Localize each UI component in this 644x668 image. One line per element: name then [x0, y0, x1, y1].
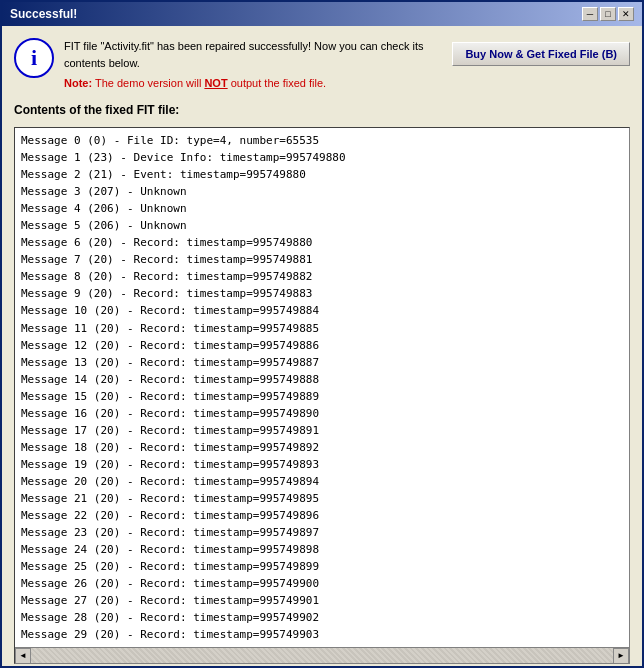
scroll-right-button[interactable]: ► — [613, 648, 629, 664]
main-window: Successful! ─ □ ✕ i FIT file "Activity.f… — [0, 0, 644, 668]
list-item: Message 3 (207) - Unknown — [21, 183, 623, 200]
contents-box: Message 0 (0) - File ID: type=4, number=… — [14, 127, 630, 664]
close-button[interactable]: ✕ — [618, 7, 634, 21]
note-suffix: output the fixed file. — [231, 77, 326, 89]
list-item: Message 1 (23) - Device Info: timestamp=… — [21, 149, 623, 166]
info-left: FIT file "Activity.fit" has been repaire… — [64, 38, 442, 89]
note-not: NOT — [204, 77, 227, 89]
list-item: Message 26 (20) - Record: timestamp=9957… — [21, 575, 623, 592]
list-item: Message 20 (20) - Record: timestamp=9957… — [21, 473, 623, 490]
list-item: Message 2 (21) - Event: timestamp=995749… — [21, 166, 623, 183]
title-bar-controls: ─ □ ✕ — [582, 7, 634, 21]
list-item: Message 16 (20) - Record: timestamp=9957… — [21, 405, 623, 422]
title-bar: Successful! ─ □ ✕ — [2, 2, 642, 26]
buy-now-top-button[interactable]: Buy Now & Get Fixed File (B) — [452, 42, 630, 66]
list-item: Message 17 (20) - Record: timestamp=9957… — [21, 422, 623, 439]
info-section: i FIT file "Activity.fit" has been repai… — [14, 38, 630, 89]
list-item: Message 10 (20) - Record: timestamp=9957… — [21, 302, 623, 319]
horizontal-scrollbar[interactable]: ◄ ► — [15, 647, 629, 663]
minimize-button[interactable]: ─ — [582, 7, 598, 21]
note-body: The demo version will — [95, 77, 204, 89]
maximize-button[interactable]: □ — [600, 7, 616, 21]
info-message: FIT file "Activity.fit" has been repaire… — [64, 38, 442, 71]
list-item: Message 15 (20) - Record: timestamp=9957… — [21, 388, 623, 405]
note-label: Note: — [64, 77, 92, 89]
section-label: Contents of the fixed FIT file: — [14, 103, 630, 117]
list-item: Message 9 (20) - Record: timestamp=99574… — [21, 285, 623, 302]
list-item: Message 0 (0) - File ID: type=4, number=… — [21, 132, 623, 149]
list-item: Message 14 (20) - Record: timestamp=9957… — [21, 371, 623, 388]
scroll-left-button[interactable]: ◄ — [15, 648, 31, 664]
list-item: Message 21 (20) - Record: timestamp=9957… — [21, 490, 623, 507]
info-icon-char: i — [31, 45, 37, 71]
list-item: Message 4 (206) - Unknown — [21, 200, 623, 217]
list-item: Message 19 (20) - Record: timestamp=9957… — [21, 456, 623, 473]
list-item: Message 29 (20) - Record: timestamp=9957… — [21, 626, 623, 643]
list-item: Message 24 (20) - Record: timestamp=9957… — [21, 541, 623, 558]
list-item: Message 22 (20) - Record: timestamp=9957… — [21, 507, 623, 524]
window-title: Successful! — [10, 7, 77, 21]
list-item: Message 5 (206) - Unknown — [21, 217, 623, 234]
scroll-track — [31, 648, 613, 663]
list-item: Message 18 (20) - Record: timestamp=9957… — [21, 439, 623, 456]
list-item: Message 23 (20) - Record: timestamp=9957… — [21, 524, 623, 541]
info-icon: i — [14, 38, 54, 78]
list-item: Message 25 (20) - Record: timestamp=9957… — [21, 558, 623, 575]
list-item: Message 11 (20) - Record: timestamp=9957… — [21, 320, 623, 337]
window-content: i FIT file "Activity.fit" has been repai… — [2, 26, 642, 668]
list-item: Message 12 (20) - Record: timestamp=9957… — [21, 337, 623, 354]
list-item: Message 13 (20) - Record: timestamp=9957… — [21, 354, 623, 371]
list-item: Message 6 (20) - Record: timestamp=99574… — [21, 234, 623, 251]
list-item: Message 27 (20) - Record: timestamp=9957… — [21, 592, 623, 609]
list-item: Message 7 (20) - Record: timestamp=99574… — [21, 251, 623, 268]
note-text: Note: The demo version will NOT output t… — [64, 77, 442, 89]
contents-scroll-area[interactable]: Message 0 (0) - File ID: type=4, number=… — [15, 128, 629, 647]
list-item: Message 8 (20) - Record: timestamp=99574… — [21, 268, 623, 285]
list-item: Message 28 (20) - Record: timestamp=9957… — [21, 609, 623, 626]
